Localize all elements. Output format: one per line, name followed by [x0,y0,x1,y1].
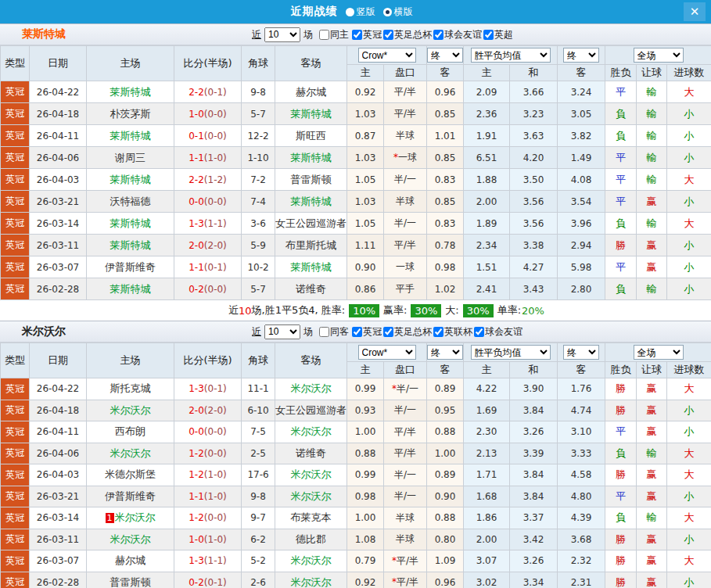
filter-checkbox[interactable]: 英足总杯 [382,325,432,339]
result-goals: 小 [667,256,711,278]
handicap-line: 平手 [384,278,427,300]
filter-checkbox[interactable]: 英足总杯 [382,28,432,41]
halftime-score: (2-0) [204,405,227,416]
bookmaker-select[interactable]: Crow* [358,345,416,360]
avg-odds-lose: 3.68 [558,529,605,550]
match-row: 英冠 26-04-18 朴茨茅斯 1-0(0-0) 5-7 莱斯特城 1.03 … [1,103,711,125]
corners: 9-7 [242,507,275,529]
league-type-badge: 英冠 [1,572,30,588]
close-button[interactable]: ✕ [684,2,706,21]
away-team-name: 米尔沃尔 [291,576,332,588]
handicap-odds-away: 0.78 [427,235,464,256]
checkbox-input[interactable] [383,327,393,337]
odds-win-label: 赢率: [383,303,407,317]
handicap-text: 半/一 [394,174,416,185]
handicap-line: 半球 [384,507,427,529]
filter-checkbox[interactable]: 球会友谊 [472,325,522,339]
checkbox-input[interactable] [352,327,362,337]
corners: 10-2 [242,256,275,278]
final-odds-select-2[interactable]: 终 [563,345,599,360]
home-team-cell: 谢周三 [87,147,174,169]
handicap-line: 半/一 [384,464,427,486]
avg-odds-draw: 3.42 [510,529,558,550]
handicap-odds-away: 1.01 [427,125,464,147]
filter-checkbox[interactable]: 同主 [318,28,349,41]
col-type: 类型 [1,46,30,81]
result-goals: 小 [667,529,711,550]
filter-checkbox[interactable]: 同客 [318,325,349,339]
score-cell: 1-1(0-1) [174,256,242,278]
checkbox-label: 英冠 [363,28,382,41]
checkbox-input[interactable] [319,30,329,40]
filter-checkbox[interactable]: 球会友谊 [432,28,482,41]
corners: 7-2 [242,169,275,191]
result-wdl: 平 [605,147,637,169]
checkbox-input[interactable] [352,30,362,40]
avg-odds-select[interactable]: 胜平负均值 [471,345,551,360]
league-type-badge: 英冠 [1,550,30,572]
handicap-odds-home: 0.99 [347,464,384,486]
away-team-name: 米尔沃尔 [291,554,332,566]
match-count-select[interactable]: 10 [264,324,300,339]
match-date: 26-03-11 [30,235,87,256]
bookmaker-select[interactable]: Crow* [358,48,416,63]
near-link[interactable]: 近 [252,325,261,339]
checkbox-input[interactable] [474,327,484,337]
filter-checkbox[interactable]: 英冠 [350,325,382,339]
match-row: 英冠 26-04-11 西布朗 0-0(0-0) 7-5 米尔沃尔 1.00 平… [1,421,711,443]
score-cell: 1-2(1-0) [174,464,242,486]
checkbox-input[interactable] [433,327,443,337]
checkbox-input[interactable] [383,30,393,40]
result-handicap: 赢 [637,529,667,550]
col-home: 主场 [87,46,174,81]
checkbox-input[interactable] [483,30,494,40]
filter-checkbox[interactable]: 英冠 [350,28,382,41]
avg-odds-draw: 3.26 [510,421,558,443]
score-cell: 1-2(0-0) [174,507,242,529]
home-team-cell: 伊普斯维奇 [87,486,174,507]
avg-odds-win: 1.89 [464,213,510,235]
avg-odds-win: 4.22 [464,378,510,400]
checkbox-input[interactable] [319,327,329,337]
col-res-goals: 进球数 [667,362,711,378]
home-team-cell: 赫尔城 [87,550,174,572]
avg-odds-win: 3.07 [464,550,510,572]
avg-odds-select[interactable]: 胜平负均值 [471,48,551,63]
checkbox-label: 球会友谊 [485,325,522,339]
final-odds-select[interactable]: 终 [427,48,463,63]
filter-checkbox[interactable]: 英联杯 [432,325,472,339]
fulltime-score: 1-0 [189,534,204,545]
result-wdl: 平 [605,256,637,278]
score-cell: 2-2(1-2) [174,169,242,191]
view-mode-radio[interactable]: 竖版 [346,5,375,19]
halftime-score: (0-0) [204,426,227,437]
filter-checkbox[interactable]: 英超 [482,28,513,41]
away-team-name: 德比郡 [296,533,326,545]
fulltime-select[interactable]: 全场 [634,345,684,360]
near-link[interactable]: 近 [252,28,261,41]
away-team-cell: 斯旺西 [275,125,347,147]
result-goals: 小 [667,421,711,443]
handicap-text: 半球 [396,195,415,206]
handicap-line: 平/半 [384,443,427,464]
home-team-cell: 西布朗 [87,421,174,443]
corners: 5-9 [242,235,275,256]
away-team-cell: 米尔沃尔 [275,550,347,572]
fulltime-select[interactable]: 全场 [634,48,684,63]
handicap-odds-home: 0.99 [347,378,384,400]
result-handicap: 輸 [637,507,667,529]
avg-odds-lose: 3.82 [558,125,605,147]
final-odds-select[interactable]: 终 [427,345,463,360]
score-cell: 1-3(1-1) [174,213,242,235]
handicap-odds-home: 0.92 [347,81,384,103]
result-wdl: 負 [605,278,637,300]
league-type-badge: 英冠 [1,103,30,125]
league-type-badge: 英冠 [1,213,30,235]
checkbox-input[interactable] [433,30,443,40]
col-score: 比分(半场) [174,46,242,81]
match-date: 26-04-22 [30,81,87,103]
match-count-select[interactable]: 10 [264,27,300,42]
view-mode-radio[interactable]: 横版 [383,5,413,19]
final-odds-select-2[interactable]: 终 [563,48,599,63]
corners: 11-1 [242,378,275,400]
